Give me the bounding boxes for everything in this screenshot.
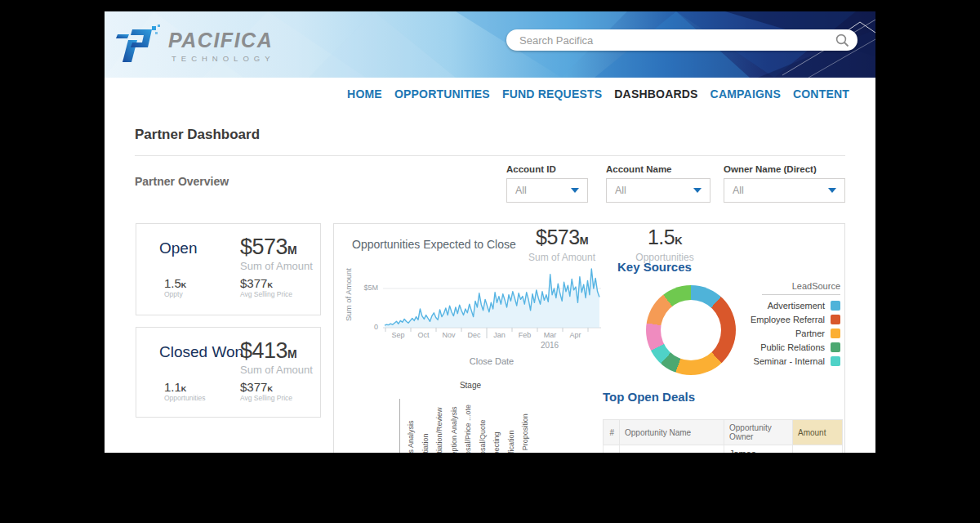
legend-item: Public Relations bbox=[710, 340, 840, 354]
month-label: Mar bbox=[537, 331, 564, 339]
dashboard-panel: Opportunities Expected to Close $573M Su… bbox=[333, 223, 845, 453]
closed-won-metric-card: Closed Won $413M Sum of Amount 1.1K Oppo… bbox=[136, 327, 321, 418]
card-avg: $377K bbox=[240, 276, 273, 290]
stage-label: Perception Analysis bbox=[450, 406, 458, 453]
stage-label: Qualification bbox=[507, 430, 515, 453]
account-id-dropdown[interactable]: All bbox=[506, 178, 588, 203]
dropdown-value: All bbox=[615, 185, 626, 196]
pacifica-logo[interactable]: PACIFICA TECHNOLOGY bbox=[116, 25, 275, 67]
col-number[interactable]: # bbox=[604, 420, 620, 445]
legend-swatch bbox=[831, 329, 840, 338]
card-avg-label: Avg Selling Price bbox=[240, 290, 292, 298]
card-count-label: Opportunities bbox=[164, 394, 206, 402]
stage-label: Prospecting bbox=[492, 431, 501, 453]
card-amount: $413M bbox=[240, 338, 296, 364]
stage-label: Negotiation/Review bbox=[435, 407, 443, 453]
filter-label: Account Name bbox=[606, 164, 710, 174]
nav-fund-requests[interactable]: FUND REQUESTS bbox=[502, 87, 602, 101]
legend-label: Advertisement bbox=[768, 301, 825, 311]
sum-of-amount-stat: $573M Sum of Amount bbox=[505, 226, 619, 263]
site-header: PACIFICA TECHNOLOGY bbox=[105, 11, 875, 78]
page-title: Partner Dashboard bbox=[135, 127, 260, 143]
col-opportunity-name[interactable]: Opportunity Name bbox=[620, 420, 724, 445]
card-count-label: Oppty bbox=[164, 290, 183, 298]
legend-label: Public Relations bbox=[760, 342, 825, 352]
lead-source-legend: LeadSource AdvertisementEmployee Referra… bbox=[710, 281, 840, 368]
col-amount[interactable]: Amount bbox=[793, 420, 843, 445]
top-open-deals-table: # Opportunity Name Opportunity Owner Amo… bbox=[603, 419, 843, 453]
legend-label: Partner bbox=[795, 329, 825, 338]
card-title: Open bbox=[159, 239, 197, 257]
top-open-deals-title: Top Open Deals bbox=[603, 390, 695, 404]
nav-home[interactable]: HOME bbox=[347, 87, 382, 101]
stage-label: Value Proposition bbox=[521, 413, 529, 453]
chevron-down-icon bbox=[571, 188, 579, 193]
nav-opportunities[interactable]: OPPORTUNITIES bbox=[394, 87, 490, 101]
year-label: 2016 bbox=[533, 341, 566, 350]
chevron-down-icon bbox=[693, 188, 702, 193]
y-axis-label: Sum of Amount bbox=[344, 262, 353, 328]
x-axis-label: Close Date bbox=[410, 356, 573, 366]
card-title: Closed Won bbox=[159, 343, 243, 361]
search-input[interactable] bbox=[519, 34, 835, 47]
card-count: 1.5K bbox=[164, 276, 186, 290]
nav-dashboards[interactable]: DASHBOARDS bbox=[614, 87, 697, 101]
filter-label: Owner Name (Direct) bbox=[724, 164, 845, 174]
browser-viewport: PACIFICA TECHNOLOGY HOME OPPORTUNITIES F… bbox=[105, 11, 875, 453]
stage-label: Proposal/Price ...ote bbox=[464, 405, 472, 453]
open-metric-card: Open $573M Sum of Amount 1.5K Oppty $377… bbox=[136, 223, 321, 315]
card-amount-label: Sum of Amount bbox=[240, 260, 313, 272]
stage-label: Negotiation bbox=[421, 433, 430, 453]
legend-label: Seminar - Internal bbox=[754, 356, 825, 366]
owner-name-dropdown[interactable]: All bbox=[724, 178, 845, 203]
legend-item: Seminar - Internal bbox=[710, 354, 840, 368]
stage-axis-label: Stage bbox=[434, 381, 507, 390]
close-line-chart[interactable] bbox=[383, 262, 601, 340]
stage-label: Needs Analysis bbox=[407, 420, 415, 453]
legend-swatch bbox=[831, 342, 840, 352]
close-chart-title: Opportunities Expected to Close bbox=[352, 238, 516, 251]
month-label: Nov bbox=[436, 331, 462, 339]
logo-title: PACIFICA bbox=[168, 29, 275, 52]
month-label: Dec bbox=[461, 331, 488, 339]
table-row[interactable]: 1Harmon ManufacturingJames Preston$499,6… bbox=[604, 445, 843, 454]
search-icon[interactable] bbox=[835, 34, 849, 47]
filter-account-name: Account Name All bbox=[606, 164, 710, 203]
month-label: Sep bbox=[385, 331, 412, 339]
main-nav: HOME OPPORTUNITIES FUND REQUESTS DASHBOA… bbox=[105, 78, 875, 110]
section-title: Partner Overview bbox=[135, 175, 229, 188]
card-avg-label: Avg Selling Price bbox=[240, 394, 292, 402]
legend-item: Employee Referral bbox=[710, 312, 840, 326]
table-header-row: # Opportunity Name Opportunity Owner Amo… bbox=[604, 420, 843, 445]
month-label: Oct bbox=[411, 331, 437, 339]
y-tick-0: 0 bbox=[355, 323, 378, 331]
logo-subtitle: TECHNOLOGY bbox=[168, 54, 275, 63]
filter-owner-name: Owner Name (Direct) All bbox=[724, 164, 845, 203]
opportunities-stat: 1.5K Opportunities bbox=[616, 226, 714, 263]
legend-label: Employee Referral bbox=[751, 315, 825, 324]
lead-source-legend-items: AdvertisementEmployee ReferralPartnerPub… bbox=[710, 298, 840, 368]
top-deals-body: 1Harmon ManufacturingJames Preston$499,6… bbox=[604, 445, 843, 454]
chevron-down-icon bbox=[828, 188, 836, 193]
month-label: Jan bbox=[487, 331, 513, 339]
card-avg: $377K bbox=[240, 380, 273, 394]
legend-swatch bbox=[831, 315, 840, 324]
stage-label: Proposal/Quote bbox=[479, 419, 487, 453]
dropdown-value: All bbox=[733, 185, 744, 196]
account-name-dropdown[interactable]: All bbox=[606, 178, 710, 203]
month-label: Feb bbox=[512, 331, 538, 339]
nav-content[interactable]: CONTENT bbox=[793, 87, 849, 101]
search-bar[interactable] bbox=[506, 29, 858, 51]
nav-campaigns[interactable]: CAMPAIGNS bbox=[710, 87, 781, 101]
filter-label: Account ID bbox=[506, 164, 588, 174]
key-sources-title: Key Sources bbox=[617, 260, 692, 274]
card-count: 1.1K bbox=[164, 380, 186, 394]
dropdown-value: All bbox=[515, 185, 527, 196]
card-amount-label: Sum of Amount bbox=[240, 364, 313, 376]
legend-divider bbox=[762, 294, 840, 295]
col-opportunity-owner[interactable]: Opportunity Owner bbox=[724, 420, 793, 445]
legend-swatch bbox=[831, 301, 840, 311]
filter-account-id: Account ID All bbox=[506, 164, 588, 203]
legend-swatch bbox=[831, 356, 840, 366]
month-labels: SepOctNovDecJanFebMarApr bbox=[383, 331, 601, 341]
